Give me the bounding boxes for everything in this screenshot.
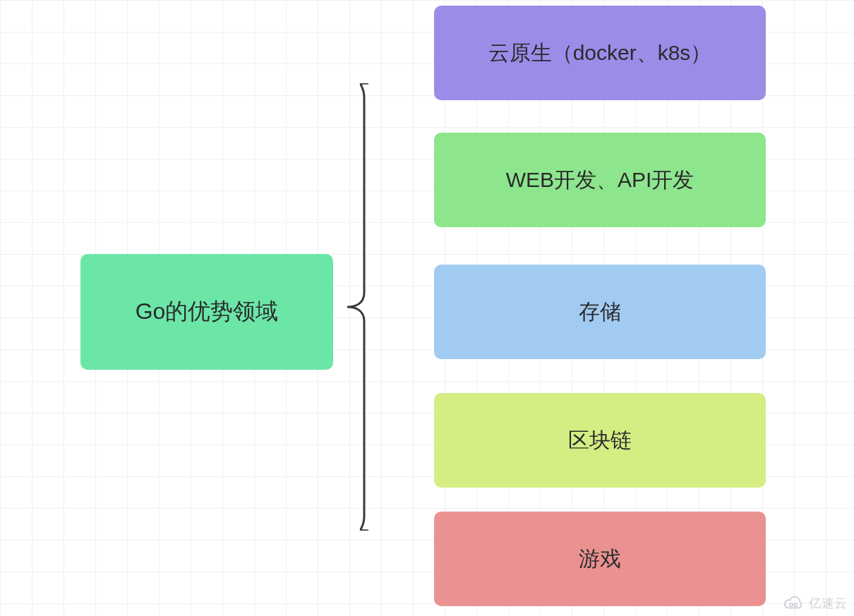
root-label: Go的优势领域: [136, 296, 279, 327]
watermark: 亿速云: [783, 595, 847, 612]
child-label: WEB开发、API开发: [506, 166, 694, 195]
child-label: 云原生（docker、k8s）: [488, 39, 712, 68]
child-label: 区块链: [568, 426, 632, 455]
cloud-icon: [783, 596, 805, 611]
watermark-text: 亿速云: [809, 595, 847, 612]
child-node-storage: 存储: [434, 265, 766, 359]
brace-connector: [343, 83, 368, 531]
svg-point-0: [790, 603, 793, 607]
root-node: Go的优势领域: [80, 254, 333, 370]
child-node-blockchain: 区块链: [434, 393, 766, 488]
child-label: 存储: [579, 298, 621, 327]
child-node-web-api: WEB开发、API开发: [434, 133, 766, 227]
svg-point-1: [794, 603, 798, 607]
child-node-game: 游戏: [434, 512, 766, 606]
child-label: 游戏: [579, 545, 621, 574]
child-node-cloud-native: 云原生（docker、k8s）: [434, 6, 766, 100]
